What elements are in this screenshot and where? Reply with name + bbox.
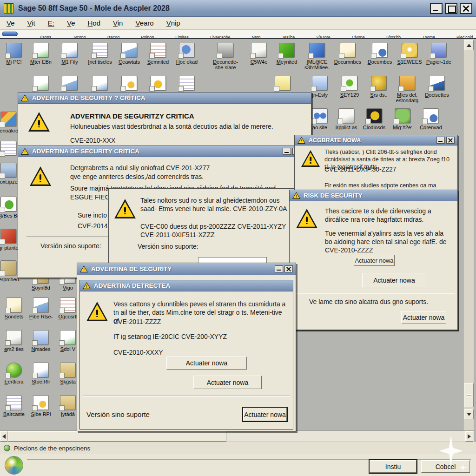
dialog-minimize-button[interactable]	[436, 137, 445, 144]
desktop-icon-docisettes[interactable]: Docisettes	[423, 76, 451, 98]
toolbar-item-civone[interactable]: Civone	[352, 35, 365, 39]
desktop-icon-sibe-rpl[interactable]: Sibe RPl	[27, 395, 55, 417]
cve-id: CVE-2010-XXXY	[113, 348, 163, 357]
scroll-left-button[interactable]	[0, 431, 7, 442]
desktop-icon-srs-ds[interactable]: Srs ds..	[365, 76, 393, 98]
toolbar-item-nton[interactable]: Nton	[251, 35, 260, 39]
desktop-icon-pibe-rlse[interactable]: Pibe Rlse-	[27, 298, 55, 319]
desktop-icon-hoc-ekad[interactable]: Hoc ekad	[173, 43, 201, 65]
dialog-titlebar[interactable]: RISK DE SECURITY	[290, 190, 457, 201]
toolbar-item-piec-cold[interactable]: Piec'cold	[456, 35, 473, 39]
scroll-down-button[interactable]	[464, 409, 474, 419]
warning-icon	[292, 192, 300, 199]
desktop-icon-c5w4e[interactable]: C5W4e	[245, 43, 273, 65]
install-button[interactable]: Instiu	[370, 460, 416, 473]
desktop-icon-unlabeled[interactable]	[115, 76, 143, 91]
dialog-minimize-button[interactable]	[275, 265, 283, 272]
scroll-right-button[interactable]	[465, 431, 473, 442]
desktop-icon-documnbes[interactable]: Documnbes	[334, 43, 362, 65]
desktop-icon-corenvad[interactable]: Corenvad	[417, 108, 445, 130]
horizontal-scrollbar[interactable]	[0, 430, 474, 442]
toolbar-item-3-tos-hb[interactable]: 3/tos'hb	[386, 35, 401, 39]
maximize-button[interactable]	[445, 3, 457, 14]
warning-icon	[21, 94, 29, 101]
toolbar-item-izecog[interactable]: Izecog	[107, 35, 120, 39]
doc-list2-icon	[60, 298, 76, 312]
desktop-icon-iml-ce-s3b-mitiee[interactable]: IML@CE s3b:Mitiee-	[303, 43, 331, 70]
desktop-icon-unlabeled[interactable]	[86, 76, 114, 91]
desktop-icon-mter-ebn[interactable]: Mter EBn	[27, 43, 55, 65]
desktop-icon-nmades[interactable]: Nmades	[27, 330, 55, 352]
dialog-close-button[interactable]	[284, 265, 293, 272]
scroll-up-button[interactable]	[464, 40, 474, 50]
desktop-icon-baircaste[interactable]: Baircaste	[0, 395, 28, 417]
actuater-nowa-button[interactable]: Actuater nowa	[166, 357, 247, 370]
dialog-controls	[275, 265, 293, 272]
desktop-icon-sey129[interactable]: SEY129	[336, 76, 364, 98]
desktop-icon-label: Ogcosrtl	[59, 314, 78, 319]
minimize-button[interactable]	[430, 3, 443, 14]
menu-item-e[interactable]: E:	[48, 19, 54, 27]
dialog-titlebar[interactable]: ACGBRATE NOWA	[295, 135, 457, 145]
desktop-icon-mig-2e[interactable]: Mig:#2e:	[389, 108, 416, 130]
dialog-titlebar[interactable]: ADVERTINA DETRECTEA	[80, 280, 293, 291]
toolbar-item-tnoma[interactable]: Tnoma	[422, 35, 435, 39]
desktop-icon-unlabeled[interactable]	[144, 76, 172, 91]
doc-ball-icon	[372, 43, 388, 58]
menu-item-vit[interactable]: Vit	[27, 19, 35, 27]
horizontal-scroll-thumb[interactable]	[8, 431, 226, 442]
actuater-nowa-button[interactable]: Actuater nowa	[401, 311, 446, 324]
down-arrow-icon	[467, 413, 471, 416]
desktop-icon-unlabeled[interactable]	[173, 76, 201, 91]
desktop-icon-clodiosds[interactable]: Clodiosds	[360, 108, 388, 130]
desktop-icon-stoe-rlr[interactable]: Stoe:Rlr	[27, 363, 55, 384]
desktop-icon-unlabeled[interactable]	[269, 76, 297, 91]
doc-blue-icon	[92, 76, 108, 91]
vertical-scroll-thumb[interactable]	[464, 383, 474, 407]
doc-gray-icon	[338, 108, 354, 123]
desktop-icon-eertficra[interactable]: Eertficra	[0, 363, 28, 384]
desktop-icon-inct-tiscles[interactable]: Inct tiscles	[86, 43, 114, 65]
toolbar-item-jycono[interactable]: Jycono	[73, 35, 86, 39]
actuater-nowa-button[interactable]: Actuater nowa	[362, 273, 426, 287]
toolbar-item-tisons[interactable]: Tisons	[39, 35, 51, 39]
desktop-icon-pagier-1de[interactable]: Pagier-1de	[425, 43, 453, 65]
desktop-icon-irpplict-as[interactable]: Irpplict as	[332, 108, 360, 130]
menu-item-ve[interactable]: Ve	[7, 19, 15, 27]
dialog-close-button[interactable]	[446, 137, 455, 144]
dialog-titlebar[interactable]: ADVERTINA DE SECURITY CRITICA	[18, 146, 299, 157]
desktop-icon-mi-pc[interactable]: Mi PC!	[0, 43, 28, 65]
toolbar-item-limites[interactable]: Limites	[175, 35, 189, 39]
desktop-icon-ceawtats[interactable]: Ceawtats	[115, 43, 143, 65]
menu-item-ve[interactable]: Ve	[67, 19, 75, 27]
toolbar-item-poinop[interactable]: Poinop	[141, 35, 154, 39]
actuater-nowa-button[interactable]: Actuater nowa	[193, 376, 262, 389]
close-button[interactable]	[460, 3, 472, 14]
actuater-nowa-button[interactable]: Actuater nowa	[354, 255, 395, 266]
desktop-icon-em2-ties[interactable]: em2 ties	[0, 330, 28, 352]
menu-item-vearo[interactable]: Vearo	[135, 19, 153, 27]
desktop-icon-sondets[interactable]: Sondets	[0, 298, 28, 319]
desktop-icon-semnited[interactable]: Semnited	[144, 43, 172, 65]
desktop-icon-documbes[interactable]: Documbes	[366, 43, 394, 65]
desktop-icon-decunede-she-slare[interactable]: Decunede- she slare	[212, 43, 239, 70]
desktop-icon-s1ewees[interactable]: S1EWEES	[396, 43, 423, 65]
desktop-icon-meynited[interactable]: Meynited	[273, 43, 301, 65]
menu-item-hod[interactable]: Hod	[87, 19, 100, 27]
desktop-icon-unlabeled[interactable]	[56, 76, 84, 91]
menu-item-vin[interactable]: Vin	[113, 19, 123, 27]
desktop-icon-label: Mter EBn	[30, 59, 52, 65]
toolbar-item-tes-iba[interactable]: Tes'iba	[282, 35, 295, 39]
desktop-icon-unlabeled[interactable]	[27, 76, 55, 91]
toolbar-item-2-e-tore[interactable]: 2/e tore	[316, 35, 331, 39]
desktop-icon-mies-del-estondatg[interactable]: Mies del, estondatg	[393, 76, 421, 103]
desktop-icon-m1-fily[interactable]: M1 Fily	[56, 43, 84, 65]
desktop-icon-label: Decunede- she slare	[212, 59, 239, 70]
dialog-titlebar[interactable]: ADVERTINA DE SEGURITY ? CRÍTICA	[18, 93, 311, 104]
dialog-titlebar[interactable]: ADVERTINA DE SEGURITY	[77, 263, 296, 275]
dialog-minimize-button[interactable]	[283, 148, 291, 155]
menu-item-vnip[interactable]: Vnip	[166, 19, 180, 27]
actuater-nowa-button[interactable]: Actuater nowa	[243, 408, 287, 421]
toolbar-item-livee-sobe[interactable]: Livee:sobe	[210, 35, 231, 39]
vertical-scrollbar[interactable]	[463, 39, 474, 430]
